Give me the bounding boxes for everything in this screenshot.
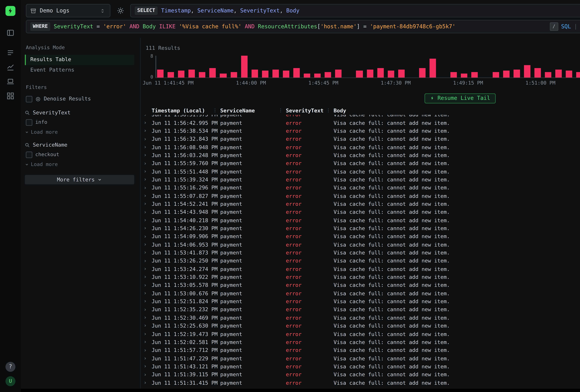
row-expand-chevron[interactable]: ›: [144, 290, 152, 296]
table-row[interactable]: › Jun 11 1:55:59.760 PM payment error Vi…: [141, 159, 580, 167]
table-row[interactable]: › Jun 11 1:56:32.843 PM payment error Vi…: [141, 135, 580, 143]
select-query-input[interactable]: SELECT Timestamp, ServiceName, SeverityT…: [130, 4, 580, 17]
histogram-bar[interactable]: [272, 69, 279, 78]
row-expand-chevron[interactable]: ›: [144, 339, 152, 345]
histogram-bar[interactable]: [199, 72, 206, 78]
row-expand-chevron[interactable]: ›: [144, 250, 152, 256]
list-icon[interactable]: [6, 49, 14, 57]
help-button[interactable]: ?: [5, 362, 15, 372]
row-expand-chevron[interactable]: ›: [144, 323, 152, 329]
resume-live-tail-button[interactable]: Resume Live Tail: [425, 93, 496, 103]
denoise-checkbox[interactable]: [26, 96, 32, 102]
table-row[interactable]: › Jun 11 1:52:30.469 PM payment error Vi…: [141, 314, 580, 322]
mode-results-table[interactable]: Results Table: [25, 54, 134, 65]
column-menu-icon[interactable]: ⋮: [326, 108, 333, 114]
table-row[interactable]: › Jun 11 1:53:05.578 PM payment error Vi…: [141, 281, 580, 289]
load-more-button[interactable]: Load more: [25, 160, 134, 168]
row-expand-chevron[interactable]: ›: [144, 380, 152, 386]
row-expand-chevron[interactable]: ›: [144, 347, 152, 354]
histogram-plot[interactable]: [155, 56, 580, 78]
table-row[interactable]: › Jun 11 1:54:06.953 PM payment error Vi…: [141, 241, 580, 249]
histogram-bar[interactable]: [398, 69, 405, 78]
histogram-bar[interactable]: [220, 74, 226, 78]
dashboard-grid-icon[interactable]: [6, 92, 14, 100]
histogram-bar[interactable]: [251, 69, 258, 78]
histogram-bar[interactable]: [241, 56, 247, 78]
row-expand-chevron[interactable]: ›: [144, 152, 152, 158]
row-expand-chevron[interactable]: ›: [144, 120, 152, 126]
histogram-bar[interactable]: [555, 69, 562, 78]
histogram-bar[interactable]: [168, 72, 174, 78]
histogram-bar[interactable]: [534, 68, 541, 78]
histogram-bar[interactable]: [304, 74, 310, 78]
table-row[interactable]: › Jun 11 1:56:42.995 PM payment error Vi…: [141, 119, 580, 127]
histogram-bar[interactable]: [566, 71, 572, 78]
row-expand-chevron[interactable]: ›: [144, 372, 152, 378]
app-logo[interactable]: [5, 6, 15, 16]
histogram-bar[interactable]: [450, 72, 457, 78]
table-row[interactable]: › Jun 11 1:51:43.121 PM payment error Vi…: [141, 362, 580, 371]
row-expand-chevron[interactable]: ›: [144, 315, 152, 321]
histogram-bar[interactable]: [576, 72, 580, 78]
search-panel-icon[interactable]: [6, 29, 14, 37]
table-row[interactable]: › Jun 11 1:56:08.948 PM payment error Vi…: [141, 143, 580, 151]
histogram-bar[interactable]: [231, 72, 237, 78]
table-row[interactable]: › Jun 11 1:53:24.274 PM payment error Vi…: [141, 265, 580, 273]
histogram-bar[interactable]: [178, 71, 184, 78]
table-row[interactable]: › Jun 11 1:52:19.473 PM payment error Vi…: [141, 330, 580, 338]
line-chart-icon[interactable]: [6, 63, 14, 71]
histogram-bar[interactable]: [419, 68, 426, 78]
histogram-bar[interactable]: [545, 72, 551, 78]
histogram-bar[interactable]: [513, 69, 520, 78]
horizontal-scrollbar-track[interactable]: [21, 389, 580, 392]
row-expand-chevron[interactable]: ›: [144, 298, 152, 305]
row-expand-chevron[interactable]: ›: [144, 274, 152, 280]
mode-event-patterns[interactable]: Event Patterns: [25, 65, 134, 75]
checkbox[interactable]: [26, 151, 32, 158]
table-row[interactable]: › Jun 11 1:51:31.415 PM payment error Vi…: [141, 379, 580, 387]
row-expand-chevron[interactable]: ›: [144, 331, 152, 337]
histogram-bar[interactable]: [314, 74, 321, 78]
column-menu-icon[interactable]: ⋮: [279, 108, 286, 114]
table-row[interactable]: › Jun 11 1:52:25.630 PM payment error Vi…: [141, 322, 580, 330]
table-row[interactable]: › Jun 11 1:51:57.712 PM payment error Vi…: [141, 346, 580, 354]
histogram-bar[interactable]: [209, 68, 216, 78]
row-expand-chevron[interactable]: ›: [144, 209, 152, 215]
row-expand-chevron[interactable]: ›: [144, 144, 152, 150]
row-expand-chevron[interactable]: ›: [144, 242, 152, 248]
table-row[interactable]: › Jun 11 1:52:02.581 PM payment error Vi…: [141, 338, 580, 346]
column-menu-icon[interactable]: ⋮: [213, 108, 220, 114]
table-row[interactable]: › Jun 11 1:55:51.448 PM payment error Vi…: [141, 167, 580, 176]
table-row[interactable]: › Jun 11 1:56:03.248 PM payment error Vi…: [141, 151, 580, 159]
row-expand-chevron[interactable]: ›: [144, 136, 152, 142]
table-row[interactable]: › Jun 11 1:54:26.230 PM payment error Vi…: [141, 224, 580, 233]
histogram-bar[interactable]: [283, 71, 289, 78]
row-expand-chevron[interactable]: ›: [144, 160, 152, 167]
facet-header[interactable]: ServiceName: [25, 141, 134, 150]
histogram-bar[interactable]: [524, 65, 530, 78]
table-row[interactable]: › Jun 11 1:53:41.873 PM payment error Vi…: [141, 249, 580, 257]
checkbox[interactable]: [26, 119, 32, 126]
row-expand-chevron[interactable]: ›: [144, 128, 152, 134]
row-expand-chevron[interactable]: ›: [144, 282, 152, 288]
table-row[interactable]: › Jun 11 1:53:00.676 PM payment error Vi…: [141, 289, 580, 297]
facet-option[interactable]: info: [25, 118, 134, 127]
row-expand-chevron[interactable]: ›: [144, 355, 152, 362]
table-row[interactable]: › Jun 11 1:55:39.324 PM payment error Vi…: [141, 176, 580, 184]
facet-option[interactable]: checkout: [25, 151, 134, 159]
row-expand-chevron[interactable]: ›: [144, 201, 152, 207]
histogram-bar[interactable]: [325, 72, 331, 78]
histogram-bar[interactable]: [377, 68, 384, 78]
load-more-button[interactable]: Load more: [25, 128, 134, 136]
histogram-bar[interactable]: [471, 72, 478, 78]
table-row[interactable]: › Jun 11 1:54:43.948 PM payment error Vi…: [141, 208, 580, 216]
source-settings-button[interactable]: [115, 5, 126, 16]
table-row[interactable]: › Jun 11 1:51:39.115 PM payment error Vi…: [141, 371, 580, 379]
row-expand-chevron[interactable]: ›: [144, 225, 152, 232]
table-row[interactable]: › Jun 11 1:54:09.906 PM payment error Vi…: [141, 233, 580, 241]
row-expand-chevron[interactable]: ›: [144, 177, 152, 183]
table-row[interactable]: › Jun 11 1:52:51.824 PM payment error Vi…: [141, 297, 580, 306]
user-avatar[interactable]: U: [5, 376, 15, 386]
row-expand-chevron[interactable]: ›: [144, 193, 152, 199]
facet-header[interactable]: SeverityText: [25, 108, 134, 117]
